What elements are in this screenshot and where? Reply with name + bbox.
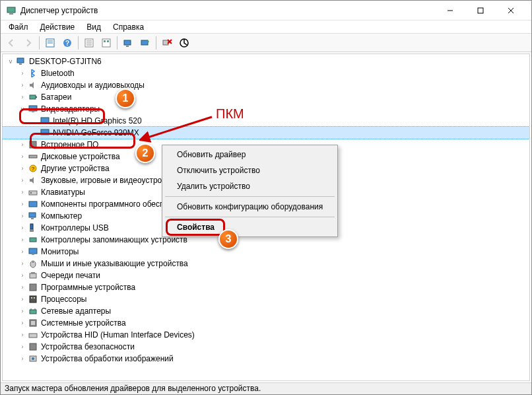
menu-help[interactable]: Справка bbox=[108, 21, 149, 33]
context-menu: Обновить драйвер Отключить устройство Уд… bbox=[162, 145, 338, 237]
tree-item[interactable]: ›Устройства безопасности bbox=[3, 341, 529, 353]
close-button[interactable] bbox=[496, 1, 526, 20]
svg-rect-15 bbox=[102, 39, 110, 47]
tree-item-label: NVIDIA GeForce 920MX bbox=[53, 128, 139, 137]
svg-rect-60 bbox=[29, 334, 37, 338]
svg-rect-44 bbox=[30, 238, 36, 242]
status-text: Запуск мастера обновления драйверов для … bbox=[5, 384, 261, 393]
svg-point-54 bbox=[34, 297, 35, 299]
tree-item-label: Контроллеры USB bbox=[41, 223, 109, 233]
svg-rect-18 bbox=[124, 40, 131, 45]
tree-item-label: Аудиовходы и аудиовыходы bbox=[41, 81, 145, 90]
tree-item[interactable]: ›Программные устройства bbox=[3, 281, 529, 293]
svg-rect-3 bbox=[478, 8, 483, 13]
tree-item-label: Очереди печати bbox=[41, 271, 100, 280]
tree-item-video-adapters[interactable]: v Видеоадаптеры bbox=[3, 103, 529, 115]
svg-rect-37 bbox=[29, 191, 37, 195]
tree-item-nvidia[interactable]: · NVIDIA GeForce 920MX bbox=[3, 127, 529, 139]
window-title: Диспетчер устройств bbox=[20, 6, 435, 15]
svg-point-48 bbox=[32, 262, 34, 263]
svg-rect-29 bbox=[29, 106, 37, 111]
tree-item-label: Устройства обработки изображений bbox=[41, 354, 174, 363]
category-icon bbox=[28, 175, 38, 186]
tree-item-label: Программные устройства bbox=[41, 283, 135, 292]
tree-item-audio[interactable]: › Аудиовходы и аудиовыходы bbox=[3, 79, 529, 91]
category-icon bbox=[28, 151, 38, 162]
ctx-scan-hardware[interactable]: Обновить конфигурацию оборудования bbox=[164, 199, 336, 215]
svg-rect-49 bbox=[30, 273, 36, 278]
tree-item-label: Другие устройства bbox=[41, 164, 110, 173]
ctx-update-driver[interactable]: Обновить драйвер bbox=[164, 147, 336, 162]
tree-item[interactable]: ›Очереди печати bbox=[3, 269, 529, 281]
svg-rect-26 bbox=[19, 63, 22, 65]
svg-rect-21 bbox=[163, 40, 168, 45]
toolbar-uninstall[interactable] bbox=[159, 35, 175, 51]
menu-action[interactable]: Действие bbox=[35, 21, 81, 33]
menu-bar: Файл Действие Вид Справка bbox=[1, 20, 531, 34]
tree-root[interactable]: v DESKTOP-GTJITN6 bbox=[3, 55, 529, 67]
menu-file[interactable]: Файл bbox=[3, 21, 34, 33]
menu-view[interactable]: Вид bbox=[81, 21, 106, 33]
svg-text:?: ? bbox=[65, 40, 69, 47]
category-icon bbox=[28, 318, 38, 328]
audio-icon bbox=[28, 80, 38, 90]
tree-item[interactable]: ›Мониторы bbox=[3, 246, 529, 258]
toolbar-properties[interactable] bbox=[42, 35, 58, 51]
toolbar-scan[interactable] bbox=[120, 35, 136, 51]
toolbar-help[interactable]: ? bbox=[59, 35, 75, 51]
svg-rect-30 bbox=[32, 112, 34, 112]
category-icon bbox=[28, 258, 38, 269]
category-icon bbox=[28, 187, 38, 198]
display-icon bbox=[40, 116, 50, 126]
svg-rect-41 bbox=[31, 218, 34, 219]
svg-rect-39 bbox=[29, 201, 37, 207]
svg-rect-0 bbox=[7, 7, 15, 13]
tree-item[interactable]: ›Устройства обработки изображений bbox=[3, 353, 529, 365]
tree-item-bluetooth[interactable]: › Bluetooth bbox=[3, 67, 529, 79]
svg-rect-31 bbox=[41, 118, 49, 123]
tree-item-label: Клавиатуры bbox=[41, 188, 85, 197]
ctx-properties[interactable]: Свойства bbox=[164, 219, 336, 235]
svg-rect-32 bbox=[41, 129, 49, 135]
minimize-button[interactable] bbox=[435, 1, 465, 20]
toolbar-back bbox=[3, 35, 19, 51]
svg-rect-17 bbox=[107, 40, 109, 42]
tree-item[interactable]: ›Сетевые адаптеры bbox=[3, 305, 529, 317]
ctx-disable-device[interactable]: Отключить устройство bbox=[164, 162, 336, 178]
maximize-button[interactable] bbox=[465, 1, 496, 20]
tree-item[interactable]: ›Системные устройства bbox=[3, 317, 529, 329]
svg-point-63 bbox=[32, 357, 34, 360]
category-icon bbox=[28, 234, 38, 245]
title-bar: Диспетчер устройств bbox=[1, 1, 531, 20]
tree-item-intel-graphics[interactable]: · Intel(R) HD Graphics 520 bbox=[3, 115, 529, 127]
category-icon bbox=[28, 294, 38, 305]
tree-item-label: Встроенное ПО bbox=[41, 140, 98, 149]
tree-item-battery[interactable]: › Батареи bbox=[3, 91, 529, 103]
tree-item-label: Bluetooth bbox=[41, 69, 75, 78]
toolbar-update[interactable] bbox=[137, 35, 153, 51]
category-icon bbox=[28, 341, 38, 352]
tree-item-label: Компьютер bbox=[41, 211, 82, 221]
tree-item[interactable]: ›Мыши и иные указывающие устройства bbox=[3, 258, 529, 269]
svg-rect-50 bbox=[31, 272, 35, 273]
toolbar: ? bbox=[1, 34, 531, 52]
status-bar: Запуск мастера обновления драйверов для … bbox=[1, 382, 531, 394]
tree-root-label: DESKTOP-GTJITN6 bbox=[29, 57, 102, 66]
tree-item-label: Мыши и иные указывающие устройства bbox=[41, 259, 188, 268]
ctx-uninstall-device[interactable]: Удалить устройство bbox=[164, 178, 336, 194]
toolbar-list[interactable] bbox=[81, 35, 97, 51]
tree-item-label: Дисковые устройства bbox=[41, 152, 120, 161]
category-icon: ? bbox=[28, 163, 38, 174]
tree-item[interactable]: ›Процессоры bbox=[3, 293, 529, 305]
toolbar-disable[interactable] bbox=[176, 35, 192, 51]
tree-item[interactable]: ›Устройства HID (Human Interface Devices… bbox=[3, 329, 529, 341]
svg-rect-40 bbox=[29, 213, 36, 217]
svg-rect-16 bbox=[104, 40, 106, 42]
computer-icon bbox=[16, 56, 26, 67]
category-icon bbox=[28, 211, 38, 221]
tree-item-label: Видеоадаптеры bbox=[41, 104, 100, 114]
svg-rect-20 bbox=[141, 40, 148, 45]
svg-text:?: ? bbox=[32, 166, 35, 172]
toolbar-list2[interactable] bbox=[98, 35, 114, 51]
category-icon bbox=[28, 139, 38, 150]
